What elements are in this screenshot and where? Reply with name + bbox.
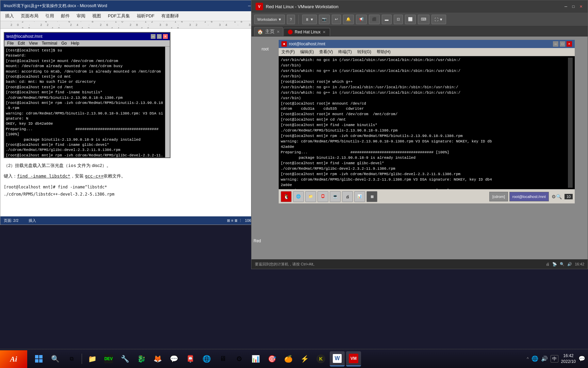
rh-menu-terminal[interactable]: 终端(T) [338,49,352,55]
taskbar-date-val: 2022/10 [561,359,576,365]
rh-tb-icon2[interactable]: 🌐 [293,191,304,202]
rh-taskbar-mnt[interactable]: root@localhost:/mnt [509,192,549,201]
rh-tb-icon4[interactable]: 📮 [317,191,328,202]
word-menu-foxitpdf[interactable]: 福昕PDF [133,12,158,20]
taskbar-dev[interactable]: DEV [101,351,116,366]
taskbar-item12[interactable]: 🎯 [264,351,279,366]
vmware-icon: VM [349,354,358,363]
vmware-view2-btn[interactable]: ▬ [382,15,392,24]
taskbar-lang[interactable]: 中 [551,355,558,363]
rh-min-btn[interactable]: ─ [553,41,558,47]
word-terminal-scrollbar[interactable] [165,47,170,157]
vmware-minimize-btn[interactable]: ─ [563,4,569,9]
taskbar-item8[interactable]: 🌐 [199,351,214,366]
rh-menu-file[interactable]: 文件(F) [281,49,295,55]
word-menu-review[interactable]: 审阅 [73,12,89,20]
word-term-min[interactable]: ─ [151,34,156,39]
rh-tb-icon5[interactable]: 💻 [330,191,341,202]
vmware-help-btn[interactable]: ? [287,15,295,24]
taskbar-item4[interactable]: 🐉 [134,351,149,366]
rh-tab-close[interactable]: ✕ [323,30,326,34]
term-menu-view[interactable]: View [29,41,38,46]
vmware-pause-btn[interactable]: ⏸ ▼ [302,15,317,24]
vmware-audio-btn[interactable]: 🔔 [343,15,354,24]
rh-taskbar-cdrom[interactable]: [cdrom] [489,192,508,201]
item13-icon: 🍊 [283,354,293,364]
rh-max-btn[interactable]: □ [560,41,565,47]
vmware-maximize-btn[interactable]: □ [571,4,576,9]
taskbar-word[interactable]: W [330,351,345,366]
rh-close-btn[interactable]: ✕ [567,41,572,47]
taskbar-notification[interactable]: 💬 [578,355,585,362]
word-menu-insert[interactable]: 插入 [2,12,17,20]
vmware-record-btn[interactable]: ↩ [332,15,341,24]
workstation-dropdown[interactable]: Workstation ▼ [254,15,285,24]
svg-rect-2 [35,359,38,363]
rh-menu-go[interactable]: 转到(G) [357,49,371,55]
home-tab-close[interactable]: ✕ [277,30,280,34]
word-terminal-menu: File Edit View Terminal Go Help [4,40,170,47]
vmware-view1-btn[interactable]: ⬛ [369,15,380,24]
taskbar-item5[interactable]: 🦊 [150,351,165,366]
word-menu-translate[interactable]: 有道翻译 [158,12,182,20]
rh-tb-icon8[interactable]: ▦ [366,191,377,202]
vmware-close-btn[interactable]: ✕ [578,4,584,9]
term-menu-help[interactable]: Help [71,41,79,46]
rh-tb-icon7[interactable]: 📊 [354,191,365,202]
rh-menu-edit[interactable]: 编辑(E) [300,49,314,55]
term-menu-terminal[interactable]: Terminal [42,41,57,46]
vmware-fullscreen-btn[interactable]: ⛶ ▼ [431,15,446,24]
vmware-tab-rh[interactable]: Red Hat Linux ✕ [283,28,330,36]
word-menu-layout[interactable]: 页面布局 [17,12,42,20]
taskbar-chevron[interactable]: ^ [527,356,529,361]
word-code-line2: ./cdrom/RPMS/libstdc++-devel-3.2.2-5.i38… [4,191,242,198]
taskbar-item14[interactable]: ⚡ [297,351,312,366]
word-menu-ref[interactable]: 引用 [42,12,58,20]
word-status-mode: 插入 [29,218,36,223]
taskbar-vmware[interactable]: VM [346,351,361,366]
taskbar-item11[interactable]: 📊 [248,351,263,366]
taskbar-item7[interactable]: 📮 [183,351,198,366]
rh-menu-view[interactable]: 查看(V) [319,49,333,55]
item15-icon: K [316,354,325,363]
rh-tb-icon1[interactable]: 🐧 [281,191,292,202]
taskbar-item10[interactable]: ⚙ [232,351,247,366]
taskbar-sound[interactable]: 🔊 [541,355,548,362]
vmware-view4-btn[interactable]: ⬜ [405,15,416,24]
rh-side-label: root [251,43,279,51]
taskbar-item13[interactable]: 🍊 [281,351,296,366]
vmware-audio2-btn[interactable]: 📢 [356,15,367,24]
rh-tb-icon6[interactable]: 🖨 [342,191,353,202]
vmware-screenshot-btn[interactable]: 📷 [319,15,330,24]
taskbar-item9[interactable]: 🖥 [215,351,230,366]
taskbar-item15[interactable]: K [313,351,328,366]
taskbar-item3[interactable]: 🔧 [117,351,132,366]
audio2-icon: 📢 [359,17,364,21]
rh-menu-help[interactable]: 帮助(H) [377,49,391,55]
taskbar-time-val: 16:42 [561,353,576,359]
word-terminal-text: [test@localhost test]$ su Password: [roo… [6,48,164,157]
rh-tb-icon3[interactable]: 📁 [305,191,316,202]
taskbar-item6[interactable]: 💬 [166,351,181,366]
word-menu-mail[interactable]: 邮件 [58,12,73,20]
taskbar-explorer[interactable]: 📁 [85,351,100,366]
vmware-tab-home[interactable]: 🏠 主页 ✕ [254,27,283,36]
taskbar-search[interactable]: 🔍 [48,351,63,366]
taskbar-start[interactable] [31,351,46,366]
item3-icon: 🔧 [120,354,130,364]
word-menu-view[interactable]: 视图 [89,12,104,20]
word-term-max[interactable]: □ [157,34,162,39]
word-term-close[interactable]: ✕ [163,34,168,39]
taskbar-clock[interactable]: 16:42 2022/10 [561,353,576,365]
term-menu-go[interactable]: Go [61,41,67,46]
vmware-status-network: 📡 [552,262,557,266]
vmware-view3-btn[interactable]: ⊡ [394,15,403,24]
taskbar-taskview[interactable]: ⧉ [64,351,79,366]
term-menu-file[interactable]: File [7,41,14,46]
rh-terminal-scrollbar[interactable] [568,58,573,188]
term-menu-edit[interactable]: Edit [18,41,25,46]
vmware-main: root ■ root@localhost:/mnt ─ □ ✕ 文件(F) 编… [251,36,588,259]
ai-button[interactable]: Ai [0,350,27,368]
word-menu-pdf[interactable]: PDF工具集 [104,12,133,20]
vmware-ctrlaltdel-btn[interactable]: ⌨ [418,15,429,24]
